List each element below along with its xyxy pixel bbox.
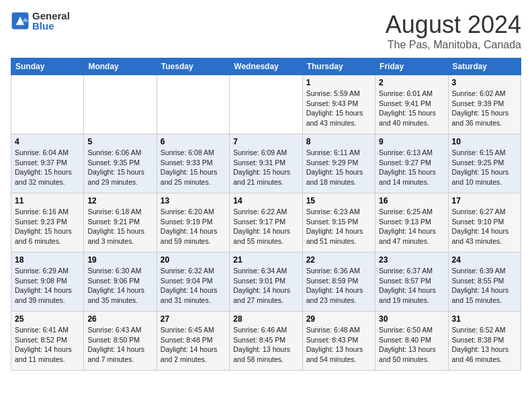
day-number: 19: [87, 255, 152, 265]
weekday-header-friday: Friday: [375, 58, 448, 75]
day-info: Sunrise: 6:04 AM Sunset: 9:37 PM Dayligh…: [15, 148, 80, 187]
day-info: Sunrise: 6:09 AM Sunset: 9:31 PM Dayligh…: [233, 148, 298, 187]
day-number: 3: [452, 78, 517, 87]
day-info: Sunrise: 6:43 AM Sunset: 8:50 PM Dayligh…: [87, 325, 152, 365]
calendar-header-row: SundayMondayTuesdayWednesdayThursdayFrid…: [11, 58, 521, 75]
calendar-week-row: 18Sunrise: 6:29 AM Sunset: 9:08 PM Dayli…: [11, 253, 521, 312]
calendar-day-cell: [84, 75, 157, 134]
calendar-day-cell: 17Sunrise: 6:27 AM Sunset: 9:10 PM Dayli…: [448, 193, 521, 253]
calendar-day-cell: 10Sunrise: 6:15 AM Sunset: 9:25 PM Dayli…: [448, 134, 521, 193]
logo: General Blue: [11, 11, 70, 31]
calendar-day-cell: 30Sunrise: 6:50 AM Sunset: 8:40 PM Dayli…: [375, 312, 448, 371]
calendar-day-cell: 4Sunrise: 6:04 AM Sunset: 9:37 PM Daylig…: [11, 134, 84, 193]
calendar-day-cell: 24Sunrise: 6:39 AM Sunset: 8:55 PM Dayli…: [448, 253, 521, 312]
day-info: Sunrise: 6:23 AM Sunset: 9:15 PM Dayligh…: [306, 207, 371, 246]
calendar-day-cell: 9Sunrise: 6:13 AM Sunset: 9:27 PM Daylig…: [375, 134, 448, 193]
day-number: 2: [379, 78, 444, 87]
calendar-week-row: 1Sunrise: 5:59 AM Sunset: 9:43 PM Daylig…: [11, 75, 521, 134]
day-info: Sunrise: 6:32 AM Sunset: 9:04 PM Dayligh…: [161, 266, 226, 306]
calendar-table: SundayMondayTuesdayWednesdayThursdayFrid…: [11, 58, 521, 371]
day-info: Sunrise: 6:01 AM Sunset: 9:41 PM Dayligh…: [379, 89, 444, 128]
day-info: Sunrise: 6:29 AM Sunset: 9:08 PM Dayligh…: [15, 266, 80, 306]
calendar-day-cell: 7Sunrise: 6:09 AM Sunset: 9:31 PM Daylig…: [230, 134, 302, 193]
day-info: Sunrise: 6:37 AM Sunset: 8:57 PM Dayligh…: [379, 266, 444, 306]
day-info: Sunrise: 6:50 AM Sunset: 8:40 PM Dayligh…: [379, 325, 444, 365]
day-number: 23: [379, 255, 444, 265]
calendar-day-cell: 8Sunrise: 6:11 AM Sunset: 9:29 PM Daylig…: [302, 134, 375, 193]
day-number: 29: [306, 314, 371, 324]
day-info: Sunrise: 6:18 AM Sunset: 9:21 PM Dayligh…: [87, 207, 152, 246]
day-number: 12: [87, 196, 152, 205]
day-info: Sunrise: 6:34 AM Sunset: 9:01 PM Dayligh…: [233, 266, 298, 306]
calendar-day-cell: 18Sunrise: 6:29 AM Sunset: 9:08 PM Dayli…: [11, 253, 84, 312]
day-info: Sunrise: 6:15 AM Sunset: 9:25 PM Dayligh…: [452, 148, 517, 187]
weekday-header-wednesday: Wednesday: [230, 58, 302, 75]
calendar-day-cell: 12Sunrise: 6:18 AM Sunset: 9:21 PM Dayli…: [84, 193, 157, 253]
calendar-day-cell: 15Sunrise: 6:23 AM Sunset: 9:15 PM Dayli…: [302, 193, 375, 253]
calendar-day-cell: 6Sunrise: 6:08 AM Sunset: 9:33 PM Daylig…: [157, 134, 229, 193]
weekday-header-monday: Monday: [84, 58, 157, 75]
day-info: Sunrise: 6:36 AM Sunset: 8:59 PM Dayligh…: [306, 266, 371, 306]
day-info: Sunrise: 6:52 AM Sunset: 8:38 PM Dayligh…: [452, 325, 517, 365]
day-info: Sunrise: 6:27 AM Sunset: 9:10 PM Dayligh…: [452, 207, 517, 246]
calendar-day-cell: 14Sunrise: 6:22 AM Sunset: 9:17 PM Dayli…: [230, 193, 302, 253]
day-number: 27: [161, 314, 226, 324]
day-number: 28: [233, 314, 298, 324]
calendar-week-row: 4Sunrise: 6:04 AM Sunset: 9:37 PM Daylig…: [11, 134, 521, 193]
day-number: 4: [15, 137, 80, 146]
calendar-day-cell: 13Sunrise: 6:20 AM Sunset: 9:19 PM Dayli…: [157, 193, 229, 253]
day-info: Sunrise: 6:20 AM Sunset: 9:19 PM Dayligh…: [161, 207, 226, 246]
logo-general: General: [32, 11, 70, 21]
day-info: Sunrise: 6:08 AM Sunset: 9:33 PM Dayligh…: [161, 148, 226, 187]
logo-icon: [11, 11, 30, 30]
day-info: Sunrise: 6:13 AM Sunset: 9:27 PM Dayligh…: [379, 148, 444, 187]
weekday-header-sunday: Sunday: [11, 58, 84, 75]
day-number: 31: [452, 314, 517, 324]
day-info: Sunrise: 5:59 AM Sunset: 9:43 PM Dayligh…: [306, 89, 371, 128]
page-title: August 2024: [386, 11, 521, 39]
calendar-day-cell: [11, 75, 84, 134]
day-info: Sunrise: 6:45 AM Sunset: 8:48 PM Dayligh…: [161, 325, 226, 365]
calendar-week-row: 11Sunrise: 6:16 AM Sunset: 9:23 PM Dayli…: [11, 193, 521, 253]
calendar-day-cell: 2Sunrise: 6:01 AM Sunset: 9:41 PM Daylig…: [375, 75, 448, 134]
logo-blue: Blue: [32, 21, 70, 31]
calendar-day-cell: 21Sunrise: 6:34 AM Sunset: 9:01 PM Dayli…: [230, 253, 302, 312]
day-number: 16: [379, 196, 444, 205]
calendar-day-cell: 20Sunrise: 6:32 AM Sunset: 9:04 PM Dayli…: [157, 253, 229, 312]
calendar-day-cell: 25Sunrise: 6:41 AM Sunset: 8:52 PM Dayli…: [11, 312, 84, 371]
day-info: Sunrise: 6:25 AM Sunset: 9:13 PM Dayligh…: [379, 207, 444, 246]
day-info: Sunrise: 6:46 AM Sunset: 8:45 PM Dayligh…: [233, 325, 298, 365]
day-number: 11: [15, 196, 80, 205]
calendar-week-row: 25Sunrise: 6:41 AM Sunset: 8:52 PM Dayli…: [11, 312, 521, 371]
day-number: 1: [306, 78, 371, 87]
day-number: 15: [306, 196, 371, 205]
calendar-day-cell: 3Sunrise: 6:02 AM Sunset: 9:39 PM Daylig…: [448, 75, 521, 134]
day-number: 21: [233, 255, 298, 265]
day-number: 8: [306, 137, 371, 146]
day-number: 9: [379, 137, 444, 146]
calendar-day-cell: [157, 75, 229, 134]
day-info: Sunrise: 6:48 AM Sunset: 8:43 PM Dayligh…: [306, 325, 371, 365]
calendar-day-cell: [230, 75, 302, 134]
calendar-day-cell: 23Sunrise: 6:37 AM Sunset: 8:57 PM Dayli…: [375, 253, 448, 312]
day-number: 6: [161, 137, 226, 146]
calendar-day-cell: 1Sunrise: 5:59 AM Sunset: 9:43 PM Daylig…: [302, 75, 375, 134]
calendar-body: 1Sunrise: 5:59 AM Sunset: 9:43 PM Daylig…: [11, 75, 521, 371]
page-header: General Blue August 2024 The Pas, Manito…: [11, 11, 521, 51]
day-number: 30: [379, 314, 444, 324]
day-number: 24: [452, 255, 517, 265]
weekday-header-thursday: Thursday: [302, 58, 375, 75]
calendar-day-cell: 27Sunrise: 6:45 AM Sunset: 8:48 PM Dayli…: [157, 312, 229, 371]
day-number: 18: [15, 255, 80, 265]
calendar-day-cell: 31Sunrise: 6:52 AM Sunset: 8:38 PM Dayli…: [448, 312, 521, 371]
day-info: Sunrise: 6:11 AM Sunset: 9:29 PM Dayligh…: [306, 148, 371, 187]
day-number: 22: [306, 255, 371, 265]
calendar-day-cell: 26Sunrise: 6:43 AM Sunset: 8:50 PM Dayli…: [84, 312, 157, 371]
day-number: 25: [15, 314, 80, 324]
day-info: Sunrise: 6:22 AM Sunset: 9:17 PM Dayligh…: [233, 207, 298, 246]
day-info: Sunrise: 6:39 AM Sunset: 8:55 PM Dayligh…: [452, 266, 517, 306]
day-number: 10: [452, 137, 517, 146]
day-info: Sunrise: 6:16 AM Sunset: 9:23 PM Dayligh…: [15, 207, 80, 246]
calendar-day-cell: 19Sunrise: 6:30 AM Sunset: 9:06 PM Dayli…: [84, 253, 157, 312]
weekday-header-saturday: Saturday: [448, 58, 521, 75]
